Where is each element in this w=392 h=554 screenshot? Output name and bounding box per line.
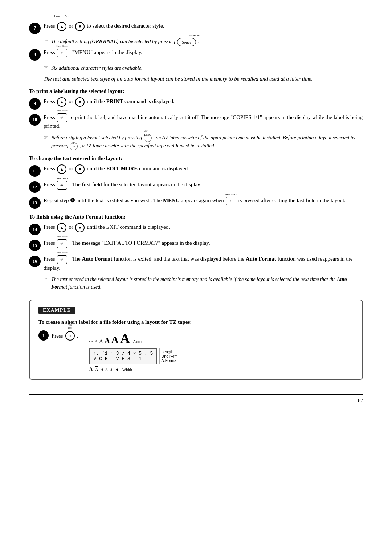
step-10-text: to print the label, and have machine aut…	[44, 114, 363, 129]
note-icon-16: ☞	[44, 276, 48, 282]
step-7-row: 7 Press HomeEnd ▲ or ▼ to select the des…	[29, 22, 363, 34]
label-undl-frm: Undl/Frm	[161, 354, 177, 358]
example-title: To create a short label for a file folde…	[38, 319, 354, 325]
tz-tape-label: TZTape	[72, 138, 77, 145]
btn-av-labels[interactable]: AVLabels ○	[144, 134, 152, 142]
btn-tz-tape-example[interactable]: TZTape ○	[65, 331, 75, 341]
step-10-row: 10 Press New Block ↵ to print the label,…	[29, 113, 363, 130]
char-a-tiny2: ᴬ	[91, 340, 93, 344]
section-print-label-title: To print a label using the selected layo…	[29, 88, 363, 94]
section-change-text-title: To change the text entered in the layout…	[29, 155, 363, 162]
new-block-label-16: New Block	[57, 251, 68, 255]
new-block-label-8: New Block	[57, 44, 68, 48]
btn-up-circle[interactable]: HomeEnd ▲	[57, 22, 66, 31]
step-14-row: 14 Press HomeEnd ▲ or ▼ until the EXIT c…	[29, 223, 363, 235]
step-16-note-text: The text entered in the selected layout …	[51, 276, 363, 291]
step-7-note-text: The default setting (ORIGINAL) can be se…	[51, 38, 199, 46]
example-step-1-content: Press TZTape ○ .	[52, 330, 78, 341]
step-9-text: until the PRINT command is displayed.	[87, 98, 175, 104]
example-step-1-num: 1	[38, 330, 49, 341]
btn-enter-16[interactable]: New Block ↵	[57, 255, 67, 264]
note-icon-7: ☞	[44, 38, 48, 44]
new-block-label-15: New Block	[57, 235, 68, 239]
display-area: ↑, ˙1 ÷ 3 / 4 × 5 . 5 V C R V H S - 1 Le…	[89, 348, 354, 364]
btn-tz-tape[interactable]: TZTape ○	[70, 142, 78, 150]
step-15-text: . The message "EXIT AUTO FORMAT?" appear…	[69, 240, 210, 246]
btn-down-14[interactable]: ▼	[75, 223, 85, 232]
page-content: 7 Press HomeEnd ▲ or ▼ to select the des…	[29, 22, 363, 404]
new-block-label-13: New Block	[225, 192, 237, 196]
step-14-press: Press	[44, 224, 56, 230]
step-15-number: 15	[29, 240, 41, 251]
step-16-content: Press New Block ↵ . The Auto Format func…	[44, 255, 363, 272]
btn-up-9[interactable]: HomeEnd ▲	[57, 97, 66, 107]
step-8-number: 8	[29, 49, 41, 61]
step-7-press: Press	[44, 23, 56, 29]
char-a-large: A	[105, 337, 110, 345]
btn-up-11[interactable]: HomeEnd ▲	[57, 164, 66, 174]
step-16-row: 16 Press New Block ↵ . The Auto Format f…	[29, 255, 363, 272]
btn-up-14-labels: HomeEnd	[54, 216, 69, 220]
step-9-row: 9 Press HomeEnd ▲ or ▼ until the PRINT c…	[29, 97, 363, 110]
step-8-row: 8 Press New Block ↵ . "MENU" appears in …	[29, 48, 363, 61]
step-15-content: Press New Block ↵ . The message "EXIT AU…	[44, 239, 363, 248]
step-11-press: Press	[44, 166, 56, 172]
step-16-press: Press	[44, 256, 56, 262]
step-10-number: 10	[29, 114, 41, 126]
label-a-format: A.Format	[161, 358, 177, 363]
btn-enter-15[interactable]: New Block ↵	[57, 239, 67, 248]
btn-down-9[interactable]: ▼	[75, 97, 85, 107]
btn-up-14[interactable]: HomeEnd ▲	[57, 223, 66, 232]
step-16-number: 16	[29, 256, 41, 267]
width-a2: A	[95, 367, 98, 372]
step-14-text: until the EXIT command is displayed.	[87, 224, 170, 230]
char-a-tiny1: ᴬ	[89, 341, 90, 344]
step-9-or: or	[69, 98, 74, 104]
width-a3: A	[101, 367, 103, 372]
step-13-row: 13 Repeat step ❹ until the text is edite…	[29, 196, 363, 209]
tz-tape-top-label: TZTape	[68, 324, 73, 329]
new-block-label-10: New Block	[57, 109, 68, 113]
step-12-row: 12 Press New Block ↵ . The first field f…	[29, 180, 363, 193]
feed-cut-label: Feed&Cut	[189, 34, 199, 38]
btn-up-11-labels: HomeEnd	[54, 157, 69, 161]
step-10-note-text: Before printing a layout selected by pre…	[51, 134, 363, 151]
char-a-xxlarge: A	[120, 330, 130, 346]
example-left: 1 Press TZTape ○ .	[38, 330, 78, 343]
step-13-content: Repeat step ❹ until the text is edited a…	[44, 196, 363, 205]
example-inner: 1 Press TZTape ○ . ᴬ ᴬ A	[38, 330, 354, 372]
btn-enter-8[interactable]: New Block ↵	[57, 49, 67, 57]
btn-enter-10[interactable]: New Block ↵	[57, 113, 67, 122]
label-length: Length	[161, 350, 177, 354]
step-14-number: 14	[29, 224, 41, 235]
step-13-text1: Repeat step ❹ until the text is edited a…	[44, 197, 225, 203]
width-a1: A	[89, 367, 93, 372]
display-panel: ↑, ˙1 ÷ 3 / 4 × 5 . 5 V C R V H S - 1	[89, 348, 157, 364]
step-10-note: ☞ Before printing a layout selected by p…	[44, 134, 363, 151]
step-16-note: ☞ The text entered in the selected layou…	[44, 276, 363, 291]
example-step-1-row: 1 Press TZTape ○ .	[38, 330, 78, 341]
example-right: ᴬ ᴬ A A A A A Auto ↑, ˙1 ÷ 3 / 4 × 5 . 5…	[89, 330, 354, 372]
btn-enter-12[interactable]: New Block ↵	[57, 181, 67, 190]
btn-up-labels: HomeEnd	[54, 15, 69, 19]
btn-down-circle[interactable]: ▼	[75, 22, 85, 31]
step-11-or: or	[69, 166, 74, 172]
step-9-content: Press HomeEnd ▲ or ▼ until the PRINT com…	[44, 97, 363, 107]
step-12-press: Press	[44, 182, 56, 187]
example-box: EXAMPLE To create a short label for a fi…	[29, 300, 363, 380]
display-side-labels: Length Undl/Frm A.Format	[159, 348, 177, 364]
example-period: .	[77, 333, 78, 339]
step-8-content: Press New Block ↵ . "MENU" appears in th…	[44, 48, 363, 57]
step-14-content: Press HomeEnd ▲ or ▼ until the EXIT comm…	[44, 223, 363, 232]
auto-label: Auto	[133, 339, 142, 345]
char-a-xlarge: A	[111, 334, 118, 346]
btn-space[interactable]: Feed&Cut Space	[177, 38, 196, 46]
av-labels-label: AVLabels	[144, 129, 151, 137]
step-8-text: . "MENU" appears in the display.	[69, 49, 142, 55]
step-7-content: Press HomeEnd ▲ or ▼ to select the desir…	[44, 22, 363, 31]
step-11-row: 11 Press HomeEnd ▲ or ▼ until the EDIT M…	[29, 164, 363, 177]
step-9-number: 9	[29, 98, 41, 110]
btn-enter-13[interactable]: New Block ↵	[226, 197, 236, 205]
step-12-text: . The first field for the selected layou…	[69, 182, 201, 187]
btn-down-11[interactable]: ▼	[75, 164, 85, 174]
